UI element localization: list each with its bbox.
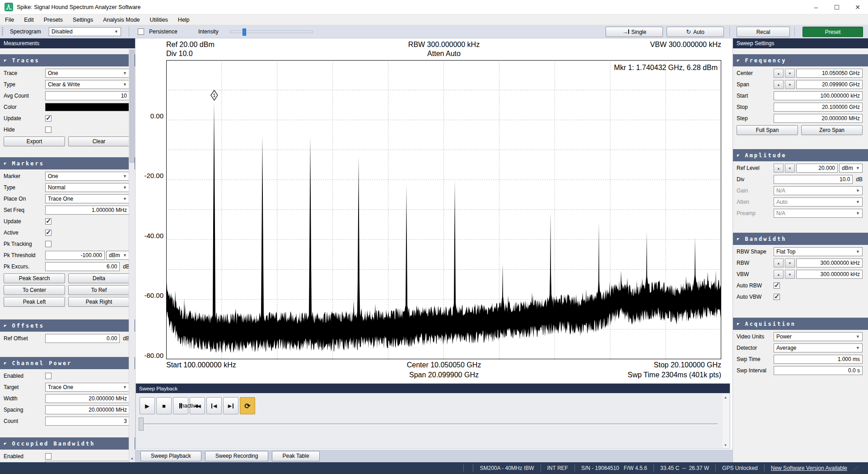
trace-update-checkbox[interactable] xyxy=(45,115,51,122)
menu-item-settings[interactable]: Settings xyxy=(68,14,98,25)
preset-button[interactable]: Preset xyxy=(803,27,863,37)
playback-slider-handle[interactable] xyxy=(139,418,144,431)
rbw-step-down-button[interactable]: ▼ xyxy=(785,258,795,268)
marker-select[interactable]: One▼ xyxy=(45,172,130,181)
vbw-step-down-button[interactable]: ▼ xyxy=(785,270,795,279)
playback-position-slider[interactable] xyxy=(140,423,718,425)
occupied-bandwidth-section-header[interactable]: ◤ Occupied Bandwidth xyxy=(0,437,135,450)
menu-item-utilities[interactable]: Utilities xyxy=(145,14,173,25)
resize-grip[interactable]: ⋰ xyxy=(854,466,860,471)
vbw-input[interactable]: 300.000000 kHz xyxy=(796,270,863,279)
peak-search-button[interactable]: Peak Search xyxy=(4,273,65,283)
avg-count-input[interactable]: 10 xyxy=(45,91,130,100)
auto-vbw-checkbox[interactable] xyxy=(774,294,780,300)
peak-left-button[interactable]: Peak Left xyxy=(4,297,65,307)
skip-start-button[interactable]: ◀ xyxy=(206,397,222,414)
persistence-checkbox[interactable] xyxy=(138,28,144,35)
auto-rbw-checkbox[interactable] xyxy=(774,282,780,289)
maximize-button[interactable]: ☐ xyxy=(826,0,847,14)
cp-target-select[interactable]: Trace One▼ xyxy=(45,383,130,392)
scrollbar-up-arrow-icon[interactable]: ▲ xyxy=(723,394,728,400)
marker-update-checkbox[interactable] xyxy=(45,218,51,225)
channel-power-section-header[interactable]: ◤ Channel Power xyxy=(0,357,135,369)
toolbar-drag-handle[interactable] xyxy=(2,27,3,36)
pk-excursion-input[interactable]: 6.00 xyxy=(45,262,120,271)
vbw-step-up-button[interactable]: ▲ xyxy=(774,270,784,279)
intensity-slider[interactable] xyxy=(230,31,313,33)
recal-button[interactable]: Recal xyxy=(737,27,790,37)
ref-level-unit-select[interactable]: dBm▼ xyxy=(839,164,863,173)
scrollbar-down-arrow-icon[interactable]: ▼ xyxy=(129,455,135,462)
clear-button[interactable]: Clear xyxy=(68,136,130,146)
full-span-button[interactable]: Full Span xyxy=(737,125,798,135)
minimize-button[interactable]: – xyxy=(806,0,826,14)
scrollbar-thumb[interactable] xyxy=(130,50,135,163)
playback-scrollbar[interactable]: ▲ ▼ xyxy=(723,394,729,448)
frequency-section-header[interactable]: ◤ Frequency xyxy=(733,54,868,66)
span-step-up-button[interactable]: ▲ xyxy=(774,80,784,89)
acquisition-section-header[interactable]: ◤ Acquisition xyxy=(733,318,868,330)
measurements-scrollbar[interactable]: ▼ xyxy=(129,49,135,462)
cp-count-input[interactable]: 3 xyxy=(45,417,130,426)
trace-type-select[interactable]: Clear & Write▼ xyxy=(45,80,130,89)
stop-button[interactable]: ■ xyxy=(156,397,172,414)
stop-freq-input[interactable]: 20.100000 GHz xyxy=(774,103,863,112)
ref-offset-input[interactable]: 0.00 xyxy=(45,334,120,343)
tab-peak-table[interactable]: Peak Table xyxy=(272,451,319,461)
new-software-version-link[interactable]: New Software Version Available xyxy=(765,465,854,471)
rbw-input[interactable]: 300.000000 kHz xyxy=(796,258,863,268)
delta-button[interactable]: Delta xyxy=(68,273,130,283)
center-freq-input[interactable]: 10.050050 GHz xyxy=(796,69,863,78)
traces-section-header[interactable]: ◤ Traces xyxy=(0,54,135,66)
marker-type-select[interactable]: Normal▼ xyxy=(45,183,130,192)
span-step-down-button[interactable]: ▼ xyxy=(785,80,795,89)
detector-select[interactable]: Average▼ xyxy=(774,343,863,352)
to-center-button[interactable]: To Center xyxy=(4,285,65,295)
video-units-select[interactable]: Power▼ xyxy=(774,332,863,341)
ob-enabled-checkbox[interactable] xyxy=(45,453,51,460)
trace-select[interactable]: One▼ xyxy=(45,69,130,78)
pk-tracking-checkbox[interactable] xyxy=(45,241,51,247)
markers-section-header[interactable]: ◤ Markers xyxy=(0,157,135,169)
bandwidth-section-header[interactable]: ◤ Bandwidth xyxy=(733,233,868,245)
spectrum-plot[interactable]: 1 Mkr 1: 1.740432 GHz, 6.28 dBm xyxy=(166,60,721,359)
peak-right-button[interactable]: Peak Right xyxy=(68,297,130,307)
ref-level-input[interactable]: 20.000 xyxy=(796,164,838,173)
menu-item-analysis-mode[interactable]: Analysis Mode xyxy=(98,14,145,25)
set-freq-input[interactable]: 1.000000 MHz xyxy=(45,206,130,215)
skip-end-button[interactable]: ▶ xyxy=(223,397,238,414)
amplitude-section-header[interactable]: ◤ Amplitude xyxy=(733,149,868,161)
intensity-slider-thumb[interactable] xyxy=(243,28,246,36)
place-on-select[interactable]: Trace One▼ xyxy=(45,194,130,203)
div-input[interactable]: 10.0 xyxy=(774,175,853,184)
export-button[interactable]: Export xyxy=(4,136,65,146)
menu-item-presets[interactable]: Presets xyxy=(39,14,68,25)
span-input[interactable]: 20.099900 GHz xyxy=(796,80,863,89)
marker-active-checkbox[interactable] xyxy=(45,230,51,236)
offsets-section-header[interactable]: ◤ Offsets xyxy=(0,319,135,332)
menu-item-file[interactable]: File xyxy=(0,14,19,25)
play-button[interactable]: ▶ xyxy=(140,397,155,414)
cp-width-input[interactable]: 20.000000 MHz xyxy=(45,394,130,403)
start-freq-input[interactable]: 100.000000 kHz xyxy=(774,91,863,100)
menu-item-edit[interactable]: Edit xyxy=(19,14,39,25)
single-button[interactable]: → Single xyxy=(606,27,663,37)
loop-button[interactable]: ⟳ xyxy=(240,397,255,414)
auto-button[interactable]: ↻ Auto xyxy=(667,27,724,37)
ref-level-step-up-button[interactable]: ▲ xyxy=(774,164,784,173)
cp-spacing-input[interactable]: 20.000000 MHz xyxy=(45,405,130,414)
step-input[interactable]: 20.000000 MHz xyxy=(774,114,863,123)
center-step-down-button[interactable]: ▼ xyxy=(785,69,795,78)
scrollbar-down-arrow-icon[interactable]: ▼ xyxy=(723,442,728,448)
tab-sweep-playback[interactable]: Sweep Playback xyxy=(140,451,201,461)
swp-time-input[interactable]: 1.000 ms xyxy=(774,355,863,364)
center-step-up-button[interactable]: ▲ xyxy=(774,69,784,78)
swp-interval-input[interactable]: 0.0 s xyxy=(774,366,863,375)
menu-item-help[interactable]: Help xyxy=(173,14,195,25)
tab-sweep-recording[interactable]: Sweep Recording xyxy=(205,451,269,461)
spectrogram-select[interactable]: Disabled ▼ xyxy=(49,27,121,36)
trace-color-swatch[interactable] xyxy=(45,103,130,111)
rbw-step-up-button[interactable]: ▲ xyxy=(774,258,784,268)
trace-hide-checkbox[interactable] xyxy=(45,127,51,133)
close-button[interactable]: ✕ xyxy=(847,0,868,14)
